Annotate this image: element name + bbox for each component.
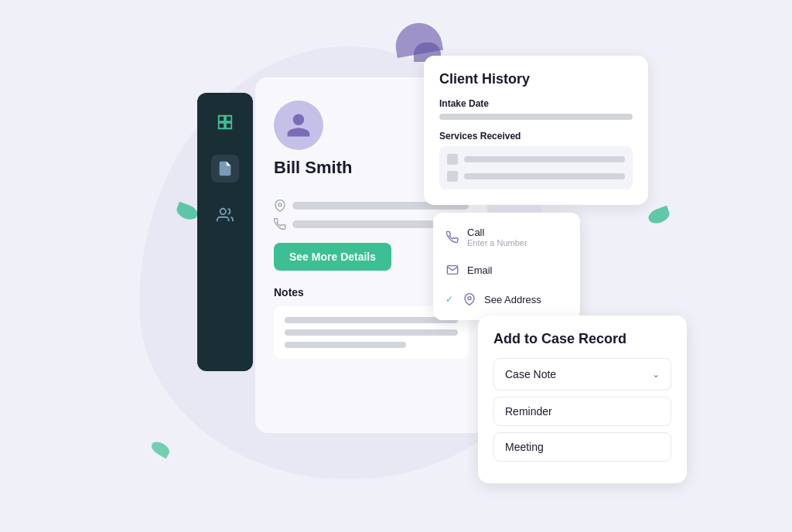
reminder-option[interactable]: Reminder [493, 397, 671, 426]
phone-icon [274, 218, 286, 230]
menu-item-email[interactable]: Email [433, 255, 580, 285]
sidebar-icon-dashboard[interactable] [211, 108, 239, 136]
case-record-card: Add to Case Record Case Note ⌄ Reminder … [478, 315, 687, 483]
services-box [439, 146, 633, 189]
service-row-2 [447, 171, 625, 182]
notes-line-3 [285, 342, 406, 348]
services-label: Services Received [439, 131, 633, 142]
reminder-label: Reminder [505, 405, 552, 418]
notes-label: Notes [274, 286, 304, 298]
call-label: Call [467, 227, 527, 238]
call-sub: Enter a Number [467, 238, 527, 247]
service-icon-1 [447, 154, 458, 165]
location-icon [463, 292, 476, 306]
check-icon: ✓ [446, 294, 453, 305]
svg-point-0 [220, 209, 226, 214]
case-record-title: Add to Case Record [493, 331, 671, 347]
service-row-1 [447, 154, 625, 165]
intake-date-label: Intake Date [439, 98, 633, 109]
case-note-label: Case Note [505, 368, 556, 380]
sidebar-icon-users[interactable] [211, 201, 239, 229]
sidebar [197, 93, 253, 371]
address-label: See Address [484, 294, 541, 305]
case-note-option[interactable]: Case Note ⌄ [493, 358, 671, 390]
intake-date-row [439, 114, 633, 120]
history-title: Client History [439, 71, 633, 87]
context-menu: Call Enter a Number Email ✓ See Address [433, 213, 580, 320]
menu-item-call[interactable]: Call Enter a Number [433, 219, 580, 255]
history-card: Client History Intake Date Services Rece… [424, 56, 648, 205]
menu-item-address[interactable]: ✓ See Address [433, 285, 580, 314]
location-icon [274, 200, 286, 212]
service-icon-2 [447, 171, 458, 182]
client-name: Bill Smith [274, 158, 352, 178]
email-icon [446, 263, 459, 277]
decorative-leaf-2 [647, 206, 671, 226]
service-bar-2 [464, 173, 625, 179]
meeting-label: Meeting [505, 441, 544, 453]
dropdown-arrow-icon: ⌄ [652, 369, 660, 380]
service-bar-1 [464, 156, 625, 162]
see-more-button[interactable]: See More Details [274, 243, 391, 271]
intake-date-bar [439, 114, 633, 120]
decorative-leaf-3 [149, 439, 172, 459]
notes-line-1 [285, 317, 458, 323]
meeting-option[interactable]: Meeting [493, 432, 671, 462]
phone-icon [446, 230, 459, 244]
sidebar-icon-documents[interactable] [211, 155, 239, 182]
avatar [274, 101, 323, 150]
notes-line-2 [285, 329, 458, 336]
email-label: Email [467, 264, 493, 276]
svg-point-1 [278, 203, 282, 206]
svg-point-2 [468, 297, 471, 300]
